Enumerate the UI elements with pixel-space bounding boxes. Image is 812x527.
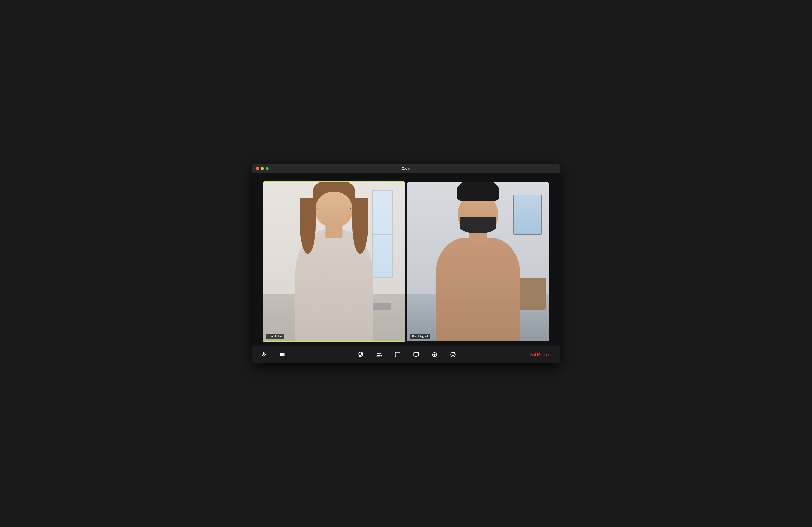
toolbar: End Meeting	[252, 346, 560, 364]
participants-button[interactable]	[374, 351, 384, 359]
video-render-rami	[407, 182, 549, 341]
video-panel-rami[interactable]: Rami Aggad	[407, 182, 549, 341]
mute-button[interactable]	[259, 351, 269, 359]
camera-button[interactable]	[277, 351, 287, 359]
close-button[interactable]	[256, 167, 259, 170]
shield-icon	[358, 352, 364, 358]
app-window: Zoom Joan M	[252, 163, 560, 364]
record-icon	[432, 352, 438, 358]
reactions-button[interactable]	[448, 351, 458, 359]
share-icon	[413, 352, 419, 358]
svg-point-1	[434, 354, 436, 356]
reactions-icon	[450, 352, 456, 358]
minimize-button[interactable]	[261, 167, 264, 170]
title-bar: Zoom	[252, 163, 560, 173]
end-meeting-button[interactable]: End Meeting	[527, 351, 553, 359]
p2-body	[436, 238, 520, 341]
toolbar-right: End Meeting	[527, 351, 553, 359]
participant-name-joan: Joan Miller	[266, 334, 284, 339]
record-button[interactable]	[430, 351, 439, 359]
p2-scene	[407, 182, 549, 341]
video-panel-joan[interactable]: Joan Miller	[263, 182, 405, 341]
p2-hair	[457, 182, 499, 201]
window-title: Zoom	[402, 167, 410, 170]
microphone-icon	[261, 352, 267, 358]
participants-icon	[376, 352, 382, 358]
chat-icon	[395, 352, 401, 358]
video-render-joan	[263, 182, 405, 341]
participant-name-rami: Rami Aggad	[410, 334, 430, 339]
p2-beard	[460, 217, 496, 233]
p2-screen	[513, 195, 542, 235]
window-controls	[256, 167, 269, 170]
toolbar-left	[259, 351, 287, 359]
camera-icon	[279, 352, 285, 358]
maximize-button[interactable]	[265, 167, 269, 170]
p1-scene	[263, 182, 405, 341]
toolbar-center	[287, 351, 527, 359]
p1-hair-left	[300, 198, 316, 254]
p1-glasses	[317, 208, 351, 215]
security-button[interactable]	[356, 351, 366, 359]
video-area: Joan Miller Rami Aggad	[252, 173, 560, 346]
chat-button[interactable]	[393, 351, 403, 359]
p1-window	[372, 190, 393, 277]
share-screen-button[interactable]	[411, 351, 421, 359]
p1-hair-right	[352, 198, 368, 254]
